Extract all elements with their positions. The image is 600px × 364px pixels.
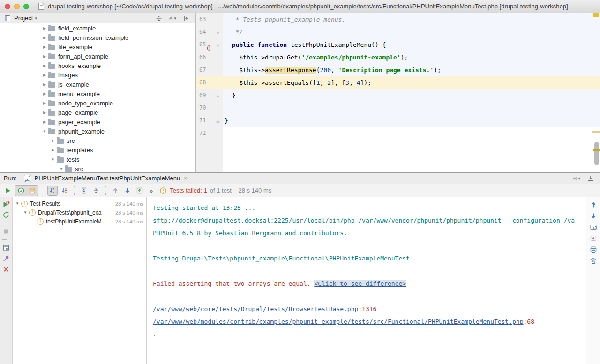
project-tree-item[interactable]: ▶field_permission_example <box>0 33 195 42</box>
project-tree-item[interactable]: ▶hooks_example <box>0 61 195 70</box>
gutter-cell: 63 <box>196 13 223 26</box>
chevron-right-icon[interactable]: ▶ <box>42 111 47 115</box>
previous-failed-test-button[interactable] <box>110 186 120 196</box>
fold-marker-icon[interactable] <box>216 120 220 123</box>
code-text <box>223 127 225 140</box>
sort-alphabetically-button[interactable]: az <box>47 186 58 196</box>
code-line[interactable]: 69 } <box>196 89 600 102</box>
run-tab[interactable]: PHPUnitExampleMenuTest.testPhpUnitExampl… <box>21 173 190 184</box>
project-tree-item[interactable]: ▶images <box>0 70 195 80</box>
settings-icon[interactable]: ▾ <box>573 175 580 182</box>
fold-marker-icon[interactable] <box>216 32 220 34</box>
down-stack-trace-icon[interactable] <box>590 212 597 220</box>
restore-layout-icon[interactable] <box>2 244 10 252</box>
window-zoom-button[interactable] <box>23 4 29 9</box>
test-tree-item[interactable]: ▼!Test Results28 s 140 ms <box>13 199 146 208</box>
chevron-down-icon[interactable]: ▼ <box>15 201 20 206</box>
editor-scrollbar[interactable] <box>594 142 599 165</box>
window-close-button[interactable] <box>5 4 10 9</box>
code-line[interactable]: 67 $this->assertResponse(200, 'Descripti… <box>196 64 600 76</box>
project-tree-item[interactable]: ▼tests <box>0 155 195 164</box>
project-tree-item[interactable]: ▶node_type_example <box>0 98 195 108</box>
gutter-cell: 66 <box>196 51 223 64</box>
console-link[interactable]: /var/www/web/core/tests/Drupal/Tests/Bro… <box>153 305 358 312</box>
code-line[interactable]: 66 $this->drupalGet('/examples/phpunit-e… <box>196 51 600 64</box>
project-tree-item[interactable]: ▶pager_example <box>0 117 195 126</box>
code-line[interactable]: 64 */ <box>196 26 600 38</box>
print-icon[interactable] <box>590 246 597 253</box>
project-tree-item[interactable]: ▶file_example <box>0 42 195 52</box>
code-line[interactable]: 63 * Tests phpunit_example menus. <box>196 13 600 26</box>
stop-icon[interactable] <box>2 228 10 235</box>
chevron-down-icon[interactable]: ▾ <box>35 16 37 21</box>
chevron-right-icon[interactable]: ▶ <box>50 139 56 143</box>
pin-tab-icon[interactable] <box>2 255 10 262</box>
close-red-icon[interactable] <box>2 266 10 273</box>
project-tree-item[interactable]: ▶templates <box>0 145 195 155</box>
show-ignored-button[interactable] <box>27 186 38 196</box>
rerun-circular-icon[interactable] <box>2 211 10 219</box>
chevron-right-icon[interactable]: ▶ <box>42 36 47 40</box>
chevron-right-icon[interactable]: ▶ <box>42 64 47 68</box>
up-stack-trace-icon[interactable] <box>590 201 597 208</box>
project-tree-item[interactable]: ▶menu_example <box>0 89 195 98</box>
more-actions-button[interactable]: » <box>147 186 156 195</box>
chevron-right-icon[interactable]: ▶ <box>42 45 47 49</box>
chevron-right-icon[interactable]: ▶ <box>42 73 47 77</box>
fold-marker-icon[interactable] <box>216 95 220 97</box>
project-tree-item[interactable]: ▶src <box>0 136 195 145</box>
project-tree-item[interactable]: ▶field_example <box>0 23 195 33</box>
collapse-all-icon[interactable] <box>155 15 163 22</box>
error-stripe-mark[interactable] <box>593 13 599 17</box>
hide-panel-left-icon[interactable] <box>182 15 190 22</box>
rerun-failed-tests-icon[interactable] <box>2 201 10 208</box>
rerun-button[interactable] <box>3 186 13 196</box>
next-failed-test-button[interactable] <box>122 186 133 196</box>
fold-marker-icon[interactable] <box>216 45 220 47</box>
hide-panel-down-icon[interactable] <box>587 175 594 182</box>
code-line[interactable]: 68 $this->assertEquals([1, 2], [3, 4]); <box>196 76 600 89</box>
warning-stripe-mark[interactable] <box>592 131 600 133</box>
code-line[interactable]: 70 <box>196 102 600 114</box>
console-link[interactable]: <Click to see difference> <box>314 280 406 287</box>
console-link[interactable]: /var/www/web/modules/contrib/examples/ph… <box>153 318 524 325</box>
chevron-right-icon[interactable]: ▶ <box>42 120 47 124</box>
code-editor[interactable]: 63 * Tests phpunit_example menus.64 */65… <box>196 13 600 172</box>
test-tree-item[interactable]: ▼!Drupal\Tests\phpunit_exa28 s 140 ms <box>13 208 146 217</box>
project-tree-item[interactable]: ▶page_example <box>0 108 195 117</box>
import-test-results-button[interactable] <box>135 186 145 196</box>
settings-icon[interactable]: ▾ <box>169 15 176 22</box>
chevron-right-icon[interactable]: ▶ <box>42 92 47 96</box>
chevron-right-icon[interactable]: ▶ <box>50 148 56 152</box>
test-failed-run-icon[interactable]: ! <box>207 45 210 51</box>
project-tree-item[interactable]: ▼src <box>0 164 195 172</box>
window-minimize-button[interactable] <box>14 4 20 9</box>
chevron-right-icon[interactable]: ▶ <box>42 26 47 30</box>
test-tree-item[interactable]: !testPhpUnitExampleM28 s 140 ms <box>13 217 146 226</box>
project-tree-item[interactable]: ▶form_api_example <box>0 52 195 61</box>
console-line: . <box>153 328 586 341</box>
collapse-all-run-button[interactable] <box>91 186 101 196</box>
tree-item-label: templates <box>67 147 93 154</box>
show-passed-button[interactable] <box>16 186 26 196</box>
test-filter-group <box>15 185 38 196</box>
chevron-right-icon[interactable]: ▶ <box>42 82 47 87</box>
chevron-down-icon[interactable]: ▼ <box>59 167 64 171</box>
sort-by-duration-button[interactable] <box>60 186 70 196</box>
chevron-down-icon[interactable]: ▼ <box>42 129 47 134</box>
clear-all-icon[interactable] <box>590 257 597 265</box>
code-line[interactable]: 65! public function testPhpUnitExampleMe… <box>196 38 600 51</box>
chevron-down-icon[interactable]: ▼ <box>50 157 56 162</box>
code-line[interactable]: 72 <box>196 127 600 140</box>
chevron-right-icon[interactable]: ▶ <box>42 101 47 105</box>
code-line[interactable]: 71} <box>196 114 600 127</box>
scroll-to-end-icon[interactable] <box>590 235 597 242</box>
expand-all-button[interactable] <box>79 186 89 196</box>
close-icon[interactable]: × <box>184 175 187 182</box>
soft-wrap-icon[interactable] <box>590 223 597 231</box>
caret-stripe-mark[interactable] <box>593 149 600 151</box>
project-tree-item[interactable]: ▼phpunit_example <box>0 126 195 136</box>
chevron-right-icon[interactable]: ▶ <box>42 54 47 59</box>
project-tree-item[interactable]: ▶js_example <box>0 80 195 89</box>
chevron-down-icon[interactable]: ▼ <box>22 210 28 215</box>
